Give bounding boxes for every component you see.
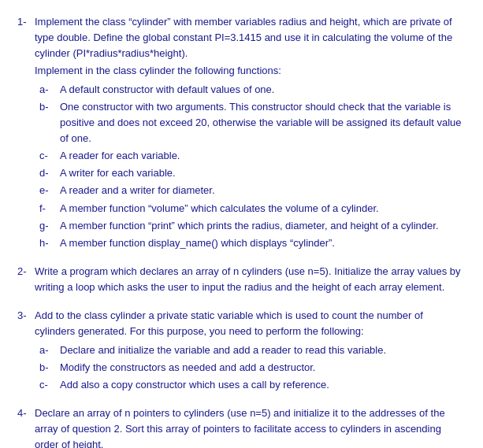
- question-3-sub-1-text: Declare and initialize the variable and …: [60, 342, 466, 358]
- question-3-sub-2-label: b-: [39, 360, 57, 376]
- question-1-text: Implement the class “cylinder” with memb…: [35, 14, 466, 61]
- question-1-header: 1-Implement the class “cylinder” with me…: [17, 14, 466, 61]
- question-1-sub-6: f-A member function “volume” which calcu…: [39, 201, 466, 217]
- question-3-number: 3-: [17, 308, 35, 339]
- question-1-sub-2-text: One constructor with two arguments. This…: [60, 99, 466, 146]
- question-4-header: 4-Declare an array of n pointers to cyli…: [17, 405, 466, 448]
- question-1-sub-3-text: A reader for each variable.: [60, 148, 466, 164]
- question-2-text: Write a program which declares an array …: [35, 264, 466, 295]
- question-1-sub-8-label: h-: [39, 235, 57, 251]
- question-1-continuation: Implement in the class cylinder the foll…: [35, 63, 466, 79]
- question-1-sub-7-label: g-: [39, 218, 57, 234]
- question-1-sub-5: e-A reader and a writer for diameter.: [39, 183, 466, 198]
- question-1-sub-1-label: a-: [39, 82, 57, 98]
- question-1-sub-4-text: A writer for each variable.: [60, 165, 466, 181]
- question-4: 4-Declare an array of n pointers to cyli…: [17, 405, 466, 448]
- question-3-header: 3-Add to the class cylinder a private st…: [17, 308, 466, 339]
- question-2-number: 2-: [17, 264, 35, 295]
- question-3-text: Add to the class cylinder a private stat…: [35, 308, 466, 339]
- question-1-sub-2: b-One constructor with two arguments. Th…: [39, 99, 466, 146]
- question-1-sub-4-label: d-: [39, 165, 57, 181]
- question-3-sub-1-label: a-: [39, 342, 57, 358]
- question-1-sub-5-text: A reader and a writer for diameter.: [60, 183, 466, 198]
- question-1-sub-5-label: e-: [39, 183, 57, 198]
- question-1-sub-1-text: A default constructor with default value…: [60, 82, 466, 98]
- main-content: 1-Implement the class “cylinder” with me…: [17, 14, 466, 448]
- question-3-sub-2-text: Modify the constructors as needed and ad…: [60, 360, 466, 376]
- question-1-sub-2-label: b-: [39, 99, 57, 146]
- question-1-sub-3: c-A reader for each variable.: [39, 148, 466, 164]
- question-1-number: 1-: [17, 14, 35, 61]
- question-4-number: 4-: [17, 405, 35, 448]
- question-1-sub-3-label: c-: [39, 148, 57, 164]
- question-1-sub-1: a-A default constructor with default val…: [39, 82, 466, 98]
- question-1-sub-8: h-A member function display_name() which…: [39, 235, 466, 251]
- question-1-sub-7-text: A member function “print” which prints t…: [60, 218, 466, 234]
- question-1: 1-Implement the class “cylinder” with me…: [17, 14, 466, 251]
- question-2: 2-Write a program which declares an arra…: [17, 264, 466, 295]
- question-1-sub-6-text: A member function “volume” which calcula…: [60, 201, 466, 217]
- question-1-sub-7: g-A member function “print” which prints…: [39, 218, 466, 234]
- question-3: 3-Add to the class cylinder a private st…: [17, 308, 466, 393]
- question-1-sub-8-text: A member function display_name() which d…: [60, 235, 466, 251]
- question-1-sub-6-label: f-: [39, 201, 57, 217]
- question-1-sub-items: a-A default constructor with default val…: [39, 82, 466, 251]
- question-3-sub-2: b-Modify the constructors as needed and …: [39, 360, 466, 376]
- question-3-sub-items: a-Declare and initialize the variable an…: [39, 342, 466, 393]
- question-3-sub-3-label: c-: [39, 377, 57, 393]
- question-3-sub-1: a-Declare and initialize the variable an…: [39, 342, 466, 358]
- question-3-sub-3: c-Add also a copy constructor which uses…: [39, 377, 466, 393]
- question-4-text: Declare an array of n pointers to cylind…: [35, 405, 466, 448]
- question-2-header: 2-Write a program which declares an arra…: [17, 264, 466, 295]
- question-3-sub-3-text: Add also a copy constructor which uses a…: [60, 377, 466, 393]
- question-1-sub-4: d-A writer for each variable.: [39, 165, 466, 181]
